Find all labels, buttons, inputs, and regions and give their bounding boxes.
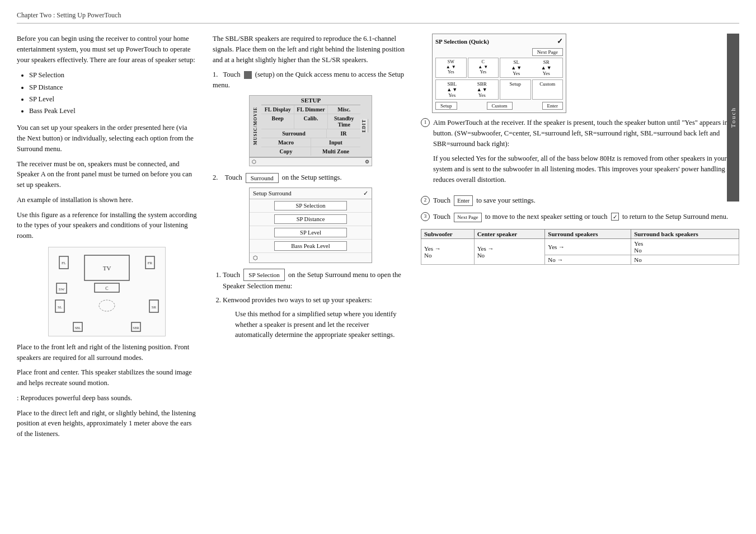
svg-text:FL: FL — [62, 261, 66, 265]
setup-row-1: FL Display FL Dimmer Misc. — [261, 105, 360, 114]
step1-subtext: If you selected Yes for the subwoofer, a… — [433, 153, 739, 185]
svg-text:SBL: SBL — [74, 326, 81, 330]
sbl-label: SBL — [447, 81, 457, 87]
speaker-layout-svg: TV FL FR C SW SL — [51, 250, 163, 334]
right-step-1: 1 Aim PowerTouch at the receiver. If the… — [421, 118, 739, 190]
step2-text: Touch — [433, 196, 450, 204]
surround-menu-row-1: SP Selection — [250, 199, 372, 213]
step3-suffix: to return to the Setup Surround menu. — [622, 213, 728, 221]
svg-text:FR: FR — [148, 261, 153, 265]
custom-cell[interactable]: Custom — [532, 79, 564, 100]
sw-arrows: ▲▼ — [446, 64, 456, 69]
col-header-surround: Surround speakers — [545, 229, 631, 239]
sbr-label: SBR — [477, 81, 487, 87]
sbl-sbr-inner: SBL ▲▼ Yes SBR ▲▼ Yes — [437, 81, 497, 98]
list-item-sp-distance: SP Distance — [29, 82, 197, 93]
surround-back-yes: YesNo — [631, 239, 739, 255]
svg-text:TV: TV — [103, 265, 111, 271]
setup-cell-misc: Misc. — [328, 105, 360, 114]
col-header-surround-back: Surround back speakers — [631, 229, 739, 239]
sbl-val: Yes — [447, 92, 457, 98]
step3-mid: to move to the next speaker setting or t… — [485, 213, 608, 221]
right-sidebar-bar: Touch — [727, 34, 739, 202]
surround-back-no: No — [631, 255, 739, 265]
sp-selection-btn[interactable]: SP Selection — [274, 201, 347, 210]
sp-selection-inline-btn[interactable]: SP Selection — [243, 269, 285, 282]
sp-quick-check: ✓ — [557, 37, 563, 46]
setup-cell-calib: Calib. — [294, 114, 327, 129]
setup-row-4: Macro Input — [261, 138, 360, 147]
right-step-3: 3 Touch Next Page to move to the next sp… — [421, 212, 739, 223]
next-page-btn-step3[interactable]: Next Page — [454, 213, 481, 223]
sbr-text: The SBL/SBR speakers are required to rep… — [213, 34, 408, 65]
sbl-arrows: ▲▼ — [447, 87, 457, 92]
step2-container: 2. Touch Surround on the Setup settings. — [213, 173, 408, 183]
step2-prefix: Touch — [225, 174, 242, 182]
sr-group: SR ▲▼ Yes — [541, 59, 552, 76]
col-header-subwoofer: Subwoofer — [421, 229, 475, 239]
sp-level-btn[interactable]: SP Level — [274, 228, 347, 237]
sp-quick-box: SP Selection (Quick) ✓ Next Page SW ▲▼ Y… — [432, 34, 566, 113]
receiver-note-text: The receiver must be on, speakers must b… — [17, 159, 197, 190]
next-page-row: Next Page — [435, 48, 563, 56]
setup-row-2: Beep Calib. Standby Time — [261, 114, 360, 129]
c-cell[interactable]: C ▲▼ Yes — [468, 58, 499, 78]
sbl-sbr-cell[interactable]: SBL ▲▼ Yes SBR ▲▼ Yes — [435, 79, 499, 100]
col-right: SP Selection (Quick) ✓ Next Page SW ▲▼ Y… — [414, 34, 739, 444]
setup-cell-multizone: Multi Zone — [311, 147, 360, 156]
setup-list: SP Selection SP Distance SP Level Bass P… — [29, 69, 197, 117]
setup-footer-icon-left: ⬡ — [252, 159, 256, 165]
bass-peak-btn[interactable]: Bass Peak Level — [274, 241, 347, 251]
check-icon-step3[interactable]: ✓ — [611, 213, 619, 221]
sw-cell[interactable]: SW ▲▼ Yes — [435, 58, 467, 78]
next-page-btn[interactable]: Next Page — [532, 48, 563, 56]
surround-button[interactable]: Surround — [246, 173, 279, 183]
svg-text:C: C — [105, 286, 108, 291]
enter-btn[interactable]: Enter — [454, 195, 473, 206]
sp-quick-title: SP Selection (Quick) ✓ — [435, 37, 563, 46]
middle-step-2: Kenwood provides two ways to set up your… — [223, 295, 408, 306]
step-circle-3: 3 — [421, 212, 430, 221]
installation-note-text: An example of installation is shown here… — [17, 195, 197, 205]
col-left: Before you can begin using the receiver … — [17, 34, 207, 444]
sl-sr-inner: SL ▲▼ Yes SR ▲▼ Yes — [501, 59, 561, 76]
caption4: Place to the direct left and right, or s… — [17, 408, 197, 439]
sbl-group: SBL ▲▼ Yes — [447, 81, 457, 98]
sl-arrows: ▲▼ — [511, 65, 522, 71]
setup-cell-ir: IR — [327, 129, 360, 138]
step1-text: Aim PowerTouch at the receiver. If the s… — [433, 118, 739, 149]
setup-footer-icon-right: ⚙ — [365, 159, 369, 165]
step2-num: 2. — [213, 174, 222, 182]
setup-box-header: MUSIC/MOVIE SETUP FL Display FL Dimmer M… — [250, 96, 372, 157]
setup-title: SETUP — [261, 97, 360, 104]
step2-content: Touch Enter to save your settings. — [433, 195, 739, 206]
list-item-sp-level: SP Level — [29, 93, 197, 105]
sp-distance-btn[interactable]: SP Distance — [274, 214, 347, 224]
step1b-prefix: Touch — [223, 271, 240, 279]
surround-menu-nav-icon: ⬡ — [253, 255, 258, 261]
step1-prefix: Touch — [223, 71, 241, 78]
svg-text:SBR: SBR — [133, 326, 139, 330]
list-item-sp-selection: SP Selection — [29, 69, 197, 81]
surround-menu-header: Setup Surround ✓ — [250, 188, 372, 199]
sl-sr-cell[interactable]: SL ▲▼ Yes SR ▲▼ Yes — [500, 58, 563, 78]
setup-cell-quick[interactable]: Setup — [500, 79, 531, 100]
sbr-arrows: ▲▼ — [477, 87, 487, 92]
svg-text:SR: SR — [152, 305, 157, 310]
setup-btn-quick[interactable]: Setup — [435, 102, 457, 110]
caption3: : Reproduces powerful deep bass sounds. — [17, 393, 197, 404]
custom-btn[interactable]: Custom — [487, 102, 513, 110]
setup-row-3: Surround IR — [261, 129, 360, 138]
setup-cell-fl-display: FL Display — [261, 105, 294, 114]
enter-btn-quick[interactable]: Enter — [542, 102, 564, 110]
surround-menu-row-3: SP Level — [250, 226, 372, 240]
step3-text: Touch — [433, 213, 450, 221]
setup-cell-input: Input — [311, 138, 360, 147]
installation-ref-text: Use this figure as a reference for insta… — [17, 210, 197, 241]
sbr-group: SBR ▲▼ Yes — [477, 81, 487, 98]
sidebar-bar-text: Touch — [730, 107, 736, 128]
setup-cell-fl-dimmer: FL Dimmer — [294, 105, 327, 114]
table-row-1: Yes →No Yes →No Yes → YesNo — [421, 239, 739, 255]
setup-footer-row: ⬡ ⚙ — [250, 157, 372, 166]
setup-cell-beep: Beep — [261, 114, 294, 129]
